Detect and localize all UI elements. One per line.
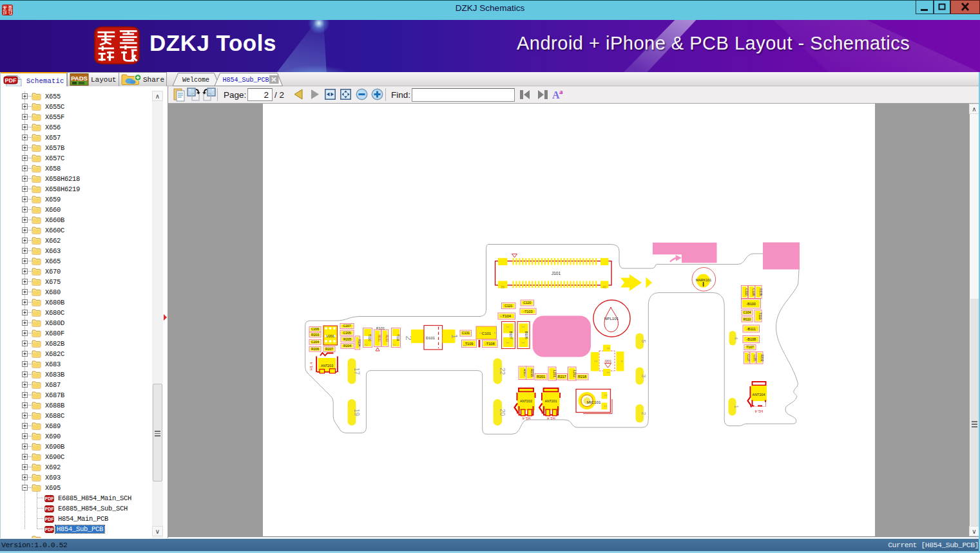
svg-text:R202: R202 <box>760 354 764 361</box>
svg-text:1: 1 <box>479 332 482 334</box>
svg-text:1: 1 <box>521 342 524 344</box>
svg-text:T113: T113 <box>758 312 762 319</box>
svg-text:R205: R205 <box>343 337 351 341</box>
svg-text:NPL101: NPL101 <box>604 316 619 321</box>
svg-text:2: 2 <box>392 344 396 346</box>
svg-text:19: 19 <box>353 409 360 417</box>
svg-text:-B108: -B108 <box>746 337 756 341</box>
svg-text:H854_Sub_PCB: H854_Sub_PCB <box>223 77 269 84</box>
svg-text:2: 2 <box>364 344 367 346</box>
svg-text:R104: R104 <box>358 339 361 347</box>
svg-text:1: 1 <box>604 405 607 407</box>
svg-text:-B100: -B100 <box>746 302 756 306</box>
svg-text:B105: B105 <box>524 331 528 339</box>
svg-text:J101: J101 <box>552 271 561 276</box>
svg-text:R204: R204 <box>343 344 351 348</box>
svg-text:1: 1 <box>733 405 740 408</box>
svg-text:L105: L105 <box>753 355 756 362</box>
svg-text:C207: C207 <box>343 324 351 328</box>
svg-text:4: 4 <box>620 361 623 362</box>
svg-text:R203: R203 <box>311 333 319 337</box>
svg-text:C118: C118 <box>752 288 755 295</box>
svg-text:40: 40 <box>602 285 606 289</box>
svg-text:D101: D101 <box>426 336 435 340</box>
svg-text:C206: C206 <box>311 327 319 331</box>
svg-text:2: 2 <box>463 345 466 347</box>
svg-text:T107: T107 <box>746 345 754 349</box>
svg-text:T104: T104 <box>503 314 512 318</box>
svg-text:3: 3 <box>640 374 647 377</box>
svg-text:B107: B107 <box>509 331 513 339</box>
svg-text:L201: L201 <box>553 370 557 377</box>
svg-text:-T108: -T108 <box>485 342 495 346</box>
svg-text:5: 5 <box>640 339 647 342</box>
svg-text:PDF: PDF <box>5 77 17 84</box>
svg-text:H1.4: H1.4 <box>754 409 763 413</box>
svg-text:20: 20 <box>499 409 506 417</box>
svg-text:MIC101: MIC101 <box>587 400 601 404</box>
svg-text:a: a <box>559 88 563 95</box>
svg-text:H1.4: H1.4 <box>522 417 530 420</box>
svg-text:17: 17 <box>353 368 360 375</box>
svg-text:R110: R110 <box>744 317 751 321</box>
svg-text:2: 2 <box>640 412 647 415</box>
svg-text:2: 2 <box>494 332 497 334</box>
svg-text:R207: R207 <box>325 347 333 351</box>
svg-text:Welcome: Welcome <box>182 77 209 84</box>
svg-text:2: 2 <box>499 315 503 317</box>
svg-text:T111: T111 <box>396 334 400 341</box>
svg-text:ANT202: ANT202 <box>520 399 532 403</box>
svg-text:R102: R102 <box>385 335 389 342</box>
svg-text:R217: R217 <box>558 375 566 379</box>
svg-text:C204: C204 <box>311 340 319 344</box>
svg-text:PADS: PADS <box>71 75 88 82</box>
svg-text:T110: T110 <box>368 334 372 341</box>
svg-text:C205: C205 <box>343 331 351 335</box>
svg-text:R206: R206 <box>311 347 319 351</box>
svg-text:-T103: -T103 <box>523 310 532 314</box>
svg-text:2: 2 <box>521 326 524 328</box>
svg-text:C131: C131 <box>462 331 470 335</box>
svg-text:1: 1 <box>450 334 459 339</box>
svg-text:R105: R105 <box>759 288 762 296</box>
svg-text:1: 1 <box>606 371 610 373</box>
svg-text:H1.4: H1.4 <box>547 417 555 420</box>
svg-text:C101: C101 <box>482 332 492 335</box>
svg-text:R218: R218 <box>578 375 586 379</box>
svg-text:C120: C120 <box>523 301 531 305</box>
svg-text:-B111: -B111 <box>747 327 756 331</box>
svg-text:U201: U201 <box>326 334 334 338</box>
svg-text:2: 2 <box>506 326 509 328</box>
svg-text:2: 2 <box>594 361 597 362</box>
svg-text:ANT204: ANT204 <box>753 393 765 397</box>
svg-text:22: 22 <box>499 368 506 375</box>
svg-text:C112: C112 <box>745 288 748 295</box>
svg-text:2: 2 <box>604 395 607 397</box>
svg-text:J201: J201 <box>604 359 611 363</box>
svg-text:1: 1 <box>506 342 509 344</box>
svg-text:ANT201: ANT201 <box>544 399 557 403</box>
svg-text:39: 39 <box>501 285 504 289</box>
svg-text:C121: C121 <box>504 304 512 308</box>
svg-text:4: 4 <box>733 337 739 340</box>
svg-text:R101: R101 <box>378 335 381 342</box>
svg-text:C104: C104 <box>744 310 751 314</box>
svg-text:H1.4: H1.4 <box>309 362 313 370</box>
svg-text:R201: R201 <box>537 375 545 379</box>
svg-text:3: 3 <box>606 347 610 349</box>
svg-text:ANT203: ANT203 <box>321 364 333 368</box>
svg-text:MARK101: MARK101 <box>696 278 712 282</box>
svg-text:R215: R215 <box>530 369 534 377</box>
